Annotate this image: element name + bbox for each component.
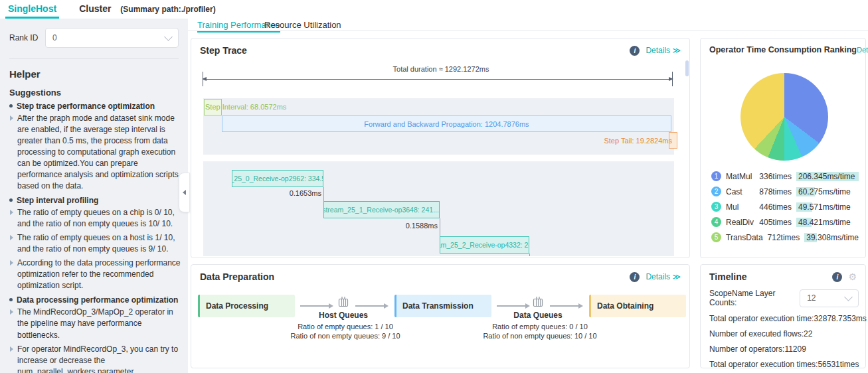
summary-path: (Summary path:./profiler) bbox=[120, 5, 215, 14]
info-icon[interactable]: i bbox=[630, 272, 640, 282]
legend-operator-name: RealDiv bbox=[726, 218, 754, 227]
legend-operator-name: TransData bbox=[726, 233, 763, 242]
data-queues-ratios: Ratio of empty queues: 0 / 10 Ratio of n… bbox=[460, 322, 620, 340]
data-preparation-panel: Data Preparation i Details ≫ Data Proces… bbox=[191, 264, 690, 368]
host-queues-label: Host Queues bbox=[307, 311, 380, 320]
vertical-scrollbar[interactable] bbox=[685, 60, 689, 76]
legend-avg-time: 49.571ms/time bbox=[796, 202, 859, 212]
ratio-empty: Ratio of empty queues: 1 / 10 bbox=[266, 322, 425, 331]
step-trace-details-link[interactable]: Details ≫ bbox=[646, 46, 681, 55]
step-trace-panel: Step Trace i Details ≫ Total duration ≈ … bbox=[191, 38, 690, 258]
legend-rank-badge: 1 bbox=[711, 171, 721, 181]
suggestion-section: Data processing performance optimization… bbox=[9, 295, 181, 373]
suggestion-section: Step trace performance optimizationAfter… bbox=[9, 102, 181, 192]
suggestions-title: Suggestions bbox=[9, 88, 179, 98]
stream-bar: stream_25_0_Receive-op2962: 334.5943ms bbox=[232, 170, 323, 187]
step-trace-title: Step Trace bbox=[200, 45, 247, 56]
legend-operator-name: MatMul bbox=[726, 172, 754, 181]
step-tail-label: Step Tail: 19.2824ms bbox=[604, 137, 672, 145]
rank-id-value: 0 bbox=[52, 33, 57, 42]
operator-time-pie-chart[interactable] bbox=[740, 73, 828, 161]
operator-details-link[interactable]: Details ≫ bbox=[857, 46, 868, 54]
total-duration-label: Total duration ≈ 1292.1272ms bbox=[191, 65, 691, 73]
flow-arrow-icon bbox=[355, 305, 385, 307]
timeline-stat: Number of operators:11209 bbox=[709, 342, 859, 357]
legend-count: 712times bbox=[768, 233, 800, 242]
legend-row[interactable]: 4RealDiv405times48.421ms/time bbox=[711, 214, 859, 230]
suggestion-item: The ratio of empty queues on a host is 1… bbox=[9, 232, 181, 255]
ratio-empty: Ratio of empty queues: 0 / 10 bbox=[460, 322, 620, 331]
stream-bar: stream_25_1_Receive-op3648: 241.... bbox=[323, 201, 440, 218]
connector-line bbox=[529, 254, 530, 256]
suggestion-item: The ratio of empty queues on a chip is 0… bbox=[9, 207, 181, 230]
queue-icon bbox=[531, 296, 545, 307]
gap-label: 0.1653ms bbox=[278, 189, 321, 197]
legend-count: 878times bbox=[759, 187, 792, 196]
tab-resource-utilization[interactable]: Resource Utilization bbox=[264, 21, 341, 32]
legend-operator-name: Mul bbox=[726, 202, 754, 212]
legend-count: 336times bbox=[759, 172, 792, 181]
ratio-non-empty: Ratio of non empty queues: 9 / 10 bbox=[266, 331, 425, 340]
connector-line bbox=[440, 218, 440, 236]
legend-avg-time: 60.275ms/time bbox=[796, 187, 859, 196]
app-header: SingleHost Cluster (Summary path:./profi… bbox=[0, 0, 868, 19]
duration-arrow bbox=[203, 79, 673, 80]
timeline-title: Timeline bbox=[709, 271, 747, 282]
suggestion-section-title: Step interval profiling bbox=[9, 196, 181, 205]
timeline-stat: Total operator execution times:56531time… bbox=[709, 357, 859, 372]
gear-icon[interactable]: ⚙ bbox=[848, 272, 857, 281]
fwbw-propagation-bar: Forward and Backward Propagation: 1204.7… bbox=[222, 115, 671, 132]
connector-line bbox=[323, 187, 324, 201]
ratio-non-empty: Ratio of non empty queues: 10 / 10 bbox=[460, 331, 620, 340]
data-queues-label: Data Queues bbox=[501, 311, 574, 320]
chevron-down-icon bbox=[164, 33, 173, 41]
tab-singlehost[interactable]: SingleHost bbox=[8, 0, 56, 19]
operator-ranking-title: Operator Time Consumption Ranking bbox=[709, 45, 857, 54]
legend-avg-time: 39.308ms/time bbox=[804, 233, 867, 242]
step-interval-label: Step Interval: 68.0572ms bbox=[205, 103, 286, 111]
legend-rank-badge: 5 bbox=[711, 232, 721, 242]
scope-layer-counts-select[interactable]: 12 bbox=[800, 289, 859, 307]
operator-ranking-panel: Operator Time Consumption Ranking Detail… bbox=[700, 38, 866, 258]
suggestion-section: Step interval profilingThe ratio of empt… bbox=[9, 196, 181, 291]
stage-data-obtaining: Data Obtaining bbox=[589, 295, 686, 317]
sidebar-collapse-button[interactable] bbox=[179, 173, 190, 212]
legend-rank-badge: 2 bbox=[711, 186, 721, 196]
stage-data-transmission: Data Transmission bbox=[394, 295, 491, 317]
suggestions-list: Step trace performance optimizationAfter… bbox=[9, 102, 181, 373]
host-queues-ratios: Ratio of empty queues: 1 / 10 Ratio of n… bbox=[266, 322, 425, 340]
scope-layer-counts-value: 12 bbox=[807, 293, 816, 303]
legend-row[interactable]: 1MatMul336times206.345ms/time bbox=[711, 169, 859, 184]
legend-count: 405times bbox=[759, 218, 792, 227]
info-icon[interactable]: i bbox=[630, 46, 640, 56]
legend-avg-time: 48.421ms/time bbox=[796, 218, 859, 227]
chevron-down-icon bbox=[844, 293, 853, 301]
legend-rank-badge: 4 bbox=[711, 217, 721, 227]
suggestion-item: For operator MindRecordOp_3, you can try… bbox=[9, 344, 181, 373]
rank-id-select[interactable]: 0 bbox=[45, 28, 179, 48]
suggestion-item: According to the data processing perform… bbox=[9, 258, 181, 291]
legend-rank-badge: 3 bbox=[711, 202, 721, 212]
suggestion-section-title: Step trace performance optimization bbox=[9, 102, 181, 111]
gap-label: 0.1588ms bbox=[394, 222, 438, 230]
legend-operator-name: Cast bbox=[726, 187, 754, 196]
stage-data-processing: Data Processing bbox=[198, 295, 295, 317]
data-prep-details-link[interactable]: Details ≫ bbox=[646, 272, 681, 281]
legend-avg-time: 206.345ms/time bbox=[796, 172, 859, 181]
queue-icon bbox=[337, 296, 350, 307]
legend-count: 446times bbox=[759, 202, 792, 212]
arrowhead-right-icon bbox=[669, 77, 673, 81]
legend-row[interactable]: 5TransData712times39.308ms/time bbox=[711, 230, 859, 245]
legend-row[interactable]: 3Mul446times49.571ms/time bbox=[711, 199, 859, 214]
timeline-stat: Total operator execution time:32878.7353… bbox=[709, 311, 859, 327]
legend-row[interactable]: 2Cast878times60.275ms/time bbox=[711, 184, 859, 199]
operator-legend: 1MatMul336times206.345ms/time2Cast878tim… bbox=[711, 169, 859, 245]
info-icon[interactable]: i bbox=[832, 272, 842, 282]
suggestion-section-title: Data processing performance optimization bbox=[9, 295, 181, 305]
suggestion-item: After the praph mode and dataset sink mo… bbox=[9, 113, 181, 192]
flow-arrow-icon bbox=[550, 305, 579, 307]
timeline-panel: Timeline i ⚙ ScopeName Layer Counts: 12 … bbox=[700, 264, 866, 368]
tab-cluster[interactable]: Cluster bbox=[79, 0, 111, 19]
stream-bar: stream_25_2_Receive-op4332: 240.... bbox=[440, 236, 529, 254]
data-preparation-title: Data Preparation bbox=[200, 271, 274, 282]
